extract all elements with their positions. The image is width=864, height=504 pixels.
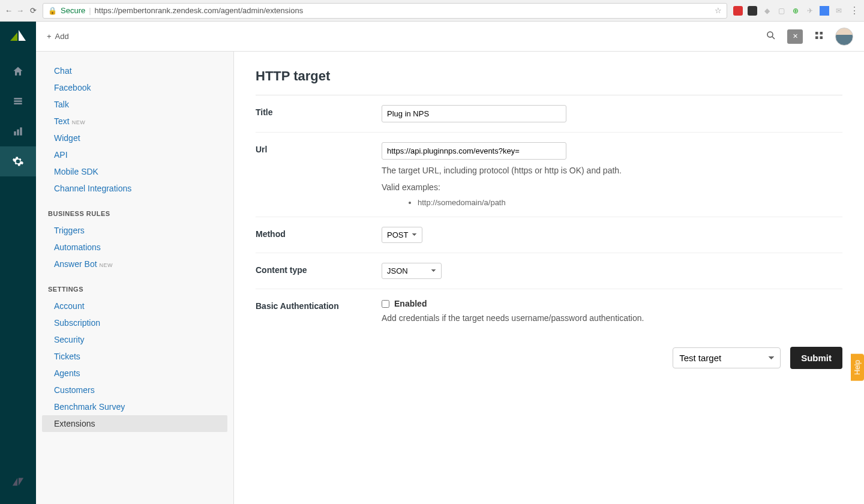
- http-target-form: HTTP target Title Url The target URL, in…: [234, 52, 864, 504]
- auth-hint: Add credentials if the target needs user…: [382, 313, 842, 323]
- new-badge: NEW: [72, 119, 86, 125]
- svg-rect-11: [820, 37, 823, 40]
- sidebar-item[interactable]: Customers: [36, 382, 233, 398]
- chat-icon[interactable]: ✕: [787, 29, 803, 44]
- section-settings: SETTINGS: [36, 272, 233, 298]
- content-type-select[interactable]: JSON: [382, 263, 442, 279]
- list-icon: [12, 95, 24, 107]
- sidebar-item[interactable]: Benchmark Survey: [36, 398, 233, 415]
- title-label: Title: [256, 105, 382, 117]
- sidebar-item[interactable]: Automations: [36, 239, 233, 256]
- method-select[interactable]: POST: [382, 227, 422, 243]
- section-business-rules: BUSINESS RULES: [36, 197, 233, 222]
- browser-menu-icon[interactable]: ⋮: [850, 5, 859, 16]
- home-icon: [12, 65, 24, 77]
- svg-rect-10: [815, 37, 818, 40]
- title-input[interactable]: [382, 105, 566, 122]
- zendesk-icon: [11, 475, 25, 488]
- sidebar-item[interactable]: Widget: [36, 130, 233, 146]
- browser-chrome: ← → ⟳ 🔒 Secure | https://pembertonrank.z…: [0, 0, 864, 22]
- forward-icon: →: [16, 6, 24, 15]
- submit-button[interactable]: Submit: [790, 347, 842, 369]
- sidebar-item[interactable]: Tickets: [36, 348, 233, 365]
- svg-rect-1: [14, 100, 22, 102]
- reload-icon[interactable]: ⟳: [30, 6, 37, 15]
- svg-rect-4: [17, 130, 19, 136]
- sidebar-item[interactable]: Account: [36, 298, 233, 314]
- gear-icon: [12, 155, 24, 167]
- url-examples-label: Valid examples:: [382, 182, 842, 192]
- sidebar-item[interactable]: Agents: [36, 365, 233, 382]
- sidebar-item[interactable]: Facebook: [36, 79, 233, 96]
- add-button[interactable]: + Add: [47, 32, 69, 41]
- svg-rect-9: [820, 32, 823, 35]
- svg-rect-8: [815, 32, 818, 35]
- sidebar-item[interactable]: Subscription: [36, 314, 233, 331]
- secure-label: Secure: [61, 6, 85, 15]
- rail-reports[interactable]: [0, 116, 36, 146]
- svg-point-6: [767, 32, 773, 37]
- basic-auth-label: Basic Authentication: [256, 299, 382, 311]
- rail-admin[interactable]: [0, 146, 36, 176]
- url-label: Url: [256, 142, 382, 154]
- svg-rect-3: [14, 131, 16, 136]
- url-text: https://pembertonrank.zendesk.com/agent/…: [95, 6, 304, 15]
- sidebar-item[interactable]: TextNEW: [36, 113, 233, 130]
- rail-zendesk[interactable]: [0, 467, 36, 497]
- extension-icon[interactable]: ▢: [776, 6, 786, 16]
- apps-icon[interactable]: [814, 30, 824, 43]
- plus-icon: +: [47, 32, 52, 41]
- auth-enabled-checkbox[interactable]: [382, 300, 389, 308]
- sidebar-item[interactable]: API: [36, 146, 233, 163]
- page-title: HTTP target: [256, 68, 842, 95]
- url-example: http://somedomain/a/path: [418, 198, 842, 207]
- extension-icon[interactable]: ⊕: [791, 6, 800, 16]
- sidebar-item[interactable]: Answer BotNEW: [36, 256, 233, 272]
- sidebar-item[interactable]: Triggers: [36, 222, 233, 239]
- avatar[interactable]: [835, 28, 853, 46]
- url-input[interactable]: [382, 142, 566, 160]
- url-hint: The target URL, including protocol (http…: [382, 166, 842, 175]
- extension-icon[interactable]: ◆: [762, 6, 772, 16]
- nav-rail: [0, 22, 36, 504]
- svg-line-7: [772, 37, 775, 39]
- add-label: Add: [55, 32, 69, 41]
- content-type-label: Content type: [256, 263, 382, 275]
- extension-icons: ◆ ▢ ⊕ ✈ ✉: [733, 6, 844, 16]
- bar-chart-icon: [12, 125, 24, 137]
- bookmark-star-icon[interactable]: ☆: [715, 6, 722, 15]
- zendesk-logo[interactable]: [10, 29, 26, 44]
- rail-views[interactable]: [0, 86, 36, 116]
- sidebar-item[interactable]: Security: [36, 331, 233, 348]
- auth-enabled-label: Enabled: [394, 299, 427, 308]
- extension-icon[interactable]: ✈: [805, 6, 815, 16]
- extension-icon[interactable]: [733, 6, 743, 16]
- svg-rect-0: [14, 98, 22, 100]
- svg-rect-2: [14, 103, 22, 105]
- admin-sidebar: ChatFacebookTalkTextNEWWidgetAPIMobile S…: [36, 52, 234, 504]
- sidebar-item[interactable]: Chat: [36, 62, 233, 79]
- new-badge: NEW: [100, 262, 113, 268]
- help-tab[interactable]: Help: [851, 354, 864, 381]
- back-icon[interactable]: ←: [5, 6, 13, 15]
- method-label: Method: [256, 227, 382, 239]
- sidebar-item[interactable]: Talk: [36, 96, 233, 113]
- topbar: + Add ✕: [36, 22, 864, 52]
- test-target-select[interactable]: Test target: [673, 347, 781, 368]
- extension-icon[interactable]: ✉: [834, 6, 844, 16]
- rail-home[interactable]: [0, 56, 36, 86]
- sidebar-item[interactable]: Channel Integrations: [36, 180, 233, 197]
- search-icon[interactable]: [766, 30, 776, 43]
- sidebar-item[interactable]: Extensions: [42, 415, 227, 432]
- extension-icon[interactable]: [748, 6, 757, 16]
- extension-icon[interactable]: [820, 6, 829, 16]
- lock-icon: 🔒: [48, 7, 57, 15]
- svg-rect-5: [20, 127, 22, 135]
- address-bar[interactable]: 🔒 Secure | https://pembertonrank.zendesk…: [43, 3, 727, 19]
- sidebar-item[interactable]: Mobile SDK: [36, 163, 233, 180]
